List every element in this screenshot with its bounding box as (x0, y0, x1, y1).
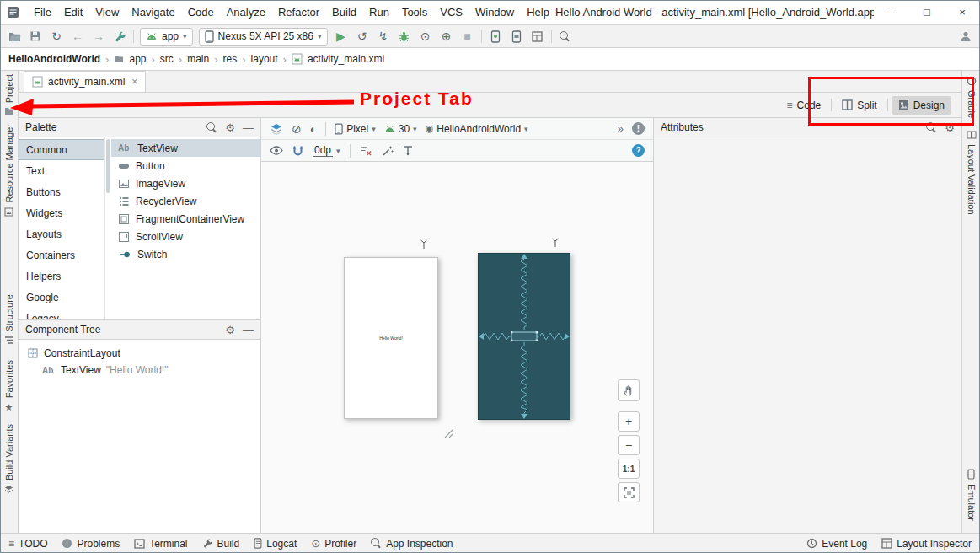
scrollbar-thumb[interactable] (106, 139, 110, 193)
device-for-preview-select[interactable]: Pixel ▾ (335, 123, 376, 135)
mode-button-design[interactable]: Design (892, 96, 951, 115)
component-switch[interactable]: Switch (111, 245, 260, 263)
statusbar-terminal[interactable]: Terminal (134, 538, 187, 550)
resize-handle-icon[interactable] (442, 427, 454, 438)
menu-item-refactor[interactable]: Refactor (272, 3, 325, 21)
device-manager-icon[interactable] (488, 28, 503, 45)
statusbar-profiler[interactable]: ⊙ Profiler (311, 538, 356, 550)
stop-icon[interactable]: ■ (460, 28, 475, 45)
preview-hello-world-text[interactable]: Hello World! (379, 336, 403, 340)
menu-item-analyze[interactable]: Analyze (221, 3, 271, 21)
design-canvas[interactable]: Hello World! (261, 162, 653, 533)
breadcrumb-main[interactable]: main (187, 53, 209, 65)
overflow-icon[interactable]: » (618, 123, 624, 134)
statusbar-problems[interactable]: Problems (62, 538, 120, 550)
tool-button-build-variants[interactable]: Build Variants (4, 424, 14, 494)
apply-code-changes-icon[interactable]: ↯ (376, 28, 391, 45)
maximize-button[interactable]: □ (909, 0, 945, 24)
tool-button-resource-manager[interactable]: Resource Manager (4, 124, 14, 217)
statusbar-layout-inspector[interactable]: Layout Inspector (881, 538, 972, 550)
gear-icon[interactable]: ⚙ (225, 325, 235, 336)
tool-button-project[interactable]: Project (4, 74, 14, 115)
tab-activity-main[interactable]: activity_main.xml × (24, 71, 146, 92)
category-helpers[interactable]: Helpers (19, 266, 104, 287)
orientation-icon[interactable]: ⊘ (292, 123, 302, 135)
hide-panel-icon[interactable]: — (243, 325, 254, 336)
category-widgets[interactable]: Widgets (19, 202, 104, 223)
category-layouts[interactable]: Layouts (19, 223, 104, 244)
layout-inspector-icon[interactable] (530, 28, 545, 45)
statusbar-build[interactable]: Build (202, 538, 240, 550)
tool-button-emulator[interactable]: Emulator (967, 469, 977, 521)
run-config-select[interactable]: app ▾ (140, 28, 193, 46)
menu-item-window[interactable]: Window (469, 3, 520, 21)
pack-align-icon[interactable] (403, 145, 413, 157)
device-select[interactable]: Nexus 5X API 25 x86 ▾ (199, 28, 328, 46)
tree-item-textview[interactable]: Ab TextView "Hello World!" (19, 362, 260, 379)
menu-item-build[interactable]: Build (326, 3, 362, 21)
menu-item-tools[interactable]: Tools (396, 3, 433, 21)
save-all-icon[interactable] (28, 28, 43, 45)
breadcrumb-layout[interactable]: layout (251, 53, 278, 65)
gear-icon[interactable]: ⚙ (225, 122, 235, 133)
category-buttons[interactable]: Buttons (19, 181, 104, 202)
breadcrumb-res[interactable]: res (223, 53, 238, 65)
zoom-out-button[interactable]: − (618, 435, 640, 455)
theme-select[interactable]: ◉ HelloAndroidWorld ▾ (426, 123, 528, 135)
breadcrumb-project[interactable]: HelloAndroidWorld (8, 53, 100, 65)
api-version-select[interactable]: 30 ▾ (384, 123, 417, 135)
debug-icon[interactable] (397, 28, 412, 45)
view-options-eye-icon[interactable] (270, 145, 283, 156)
component-fragmentcontainerview[interactable]: FragmentContainerView (111, 210, 260, 228)
component-scrollview[interactable]: ScrollView (111, 228, 260, 245)
breadcrumb-src[interactable]: src (160, 53, 174, 65)
menu-item-code[interactable]: Code (182, 3, 220, 21)
clear-constraints-icon[interactable] (360, 144, 372, 157)
minimize-button[interactable]: – (874, 0, 909, 24)
breadcrumb-app[interactable]: app (129, 53, 146, 65)
apply-changes-icon[interactable]: ↺ (355, 28, 370, 45)
category-legacy[interactable]: Legacy (19, 308, 104, 319)
close-tab-icon[interactable]: × (131, 76, 137, 88)
profile-icon[interactable]: ⊙ (418, 28, 433, 45)
mode-button-code[interactable]: ≡ Code (780, 96, 828, 115)
menu-item-view[interactable]: View (89, 3, 125, 21)
design-preview[interactable]: Hello World! (344, 257, 438, 419)
help-icon[interactable]: ? (632, 144, 645, 157)
breadcrumb-file[interactable]: activity_main.xml (308, 53, 384, 65)
autoconnect-magnet-icon[interactable] (292, 145, 303, 157)
tree-item-constraintlayout[interactable]: ConstraintLayout (19, 345, 260, 362)
menu-item-file[interactable]: File (28, 3, 57, 21)
statusbar-event-log[interactable]: Event Log (806, 538, 867, 550)
zoom-in-button[interactable]: + (618, 411, 640, 432)
statusbar-app-inspection[interactable]: App Inspection (371, 538, 453, 550)
design-surface-icon[interactable] (270, 122, 283, 136)
statusbar-logcat[interactable]: Logcat (254, 538, 297, 550)
component-button[interactable]: Button (111, 157, 260, 174)
night-mode-icon[interactable]: ◐ (310, 123, 317, 135)
avatar-icon[interactable] (958, 28, 973, 45)
search-icon[interactable] (926, 122, 937, 133)
category-google[interactable]: Google (19, 287, 104, 308)
infer-constraints-icon[interactable] (382, 145, 394, 157)
attach-debugger-icon[interactable]: ⊕ (439, 28, 454, 45)
hide-panel-icon[interactable]: — (243, 122, 254, 133)
tool-button-favorites[interactable]: Favorites ★ (4, 360, 14, 411)
statusbar-todo[interactable]: ≡ TODO (8, 538, 47, 550)
menu-item-run[interactable]: Run (363, 3, 395, 21)
blueprint-preview[interactable] (478, 253, 570, 420)
zoom-reset-button[interactable]: 1:1 (618, 459, 640, 479)
menu-item-help[interactable]: Help (521, 3, 555, 21)
gear-icon[interactable]: ⚙ (945, 122, 955, 133)
forward-icon[interactable]: → (91, 28, 106, 45)
back-icon[interactable]: ← (70, 28, 85, 45)
component-imageview[interactable]: ImageView (111, 174, 260, 192)
device-file-explorer-icon[interactable] (509, 28, 524, 45)
menu-item-vcs[interactable]: VCS (434, 3, 469, 21)
menu-item-edit[interactable]: Edit (58, 3, 88, 21)
menu-item-navigate[interactable]: Navigate (126, 3, 180, 21)
tool-button-layout-validation[interactable]: Layout Validation (967, 130, 977, 215)
open-project-icon[interactable] (7, 28, 22, 45)
category-common[interactable]: Common (19, 139, 104, 160)
tool-button-structure[interactable]: Structure (4, 294, 14, 346)
